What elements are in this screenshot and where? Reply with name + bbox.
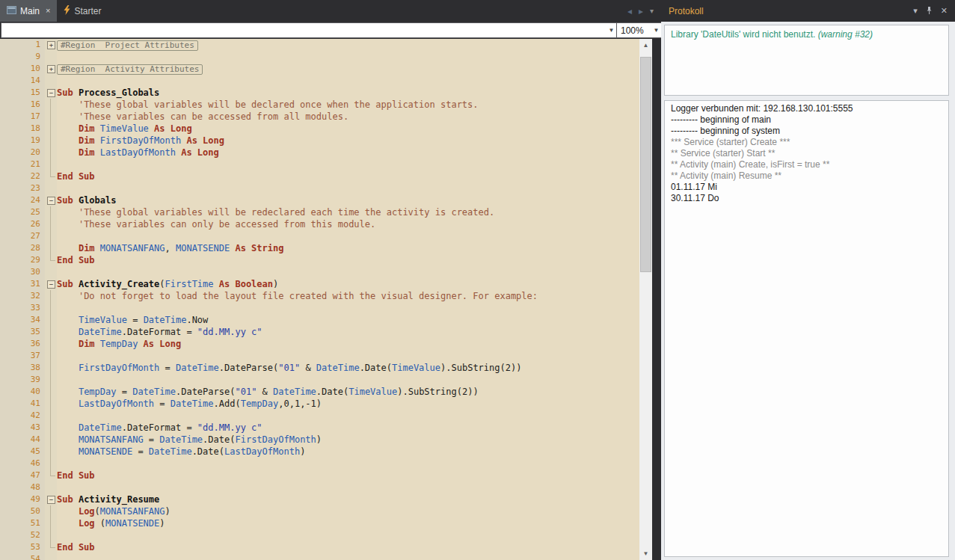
code-line[interactable]: 39 [0,374,639,386]
code-line[interactable]: 18 Dim TimeValue As Long [0,123,639,135]
code-line[interactable]: 30 [0,266,639,278]
code-text: Sub Activity_Create(FirstTime As Boolean… [57,278,639,290]
module-icon [7,6,16,16]
code-line[interactable]: 53End Sub [0,541,639,553]
line-number: 18 [0,123,45,135]
code-line[interactable]: 44 MONATSANFANG = DateTime.Date(FirstDay… [0,434,639,446]
code-line[interactable]: 17 'These variables can be accessed from… [0,111,639,123]
line-number: 21 [0,159,45,170]
tab-main-label: Main [20,6,40,16]
code-line[interactable]: 50 Log(MONATSANFANG) [0,505,639,517]
line-number: 17 [0,111,45,123]
code-line[interactable]: 31−Sub Activity_Create(FirstTime As Bool… [0,278,639,290]
code-line[interactable]: 21 [0,159,639,170]
code-line[interactable]: 41 LastDayOfMonth = DateTime.Add(TempDay… [0,398,639,410]
code-text: Dim TimeValue As Long [57,123,639,135]
code-line[interactable]: 46 [0,458,639,470]
line-number: 53 [0,541,45,553]
code-line[interactable]: 9 [0,51,639,63]
code-line[interactable]: 43 DateTime.DateFormat = "dd.MM.yy c" [0,422,639,434]
log-output[interactable]: Logger verbunden mit: 192.168.130.101:55… [664,100,949,557]
code-line[interactable]: 35 DateTime.DateFormat = "dd.MM.yy c" [0,326,639,338]
tab-main[interactable]: Main × [0,0,57,22]
pin-icon[interactable] [925,6,933,16]
code-line[interactable]: 14 [0,75,639,87]
code-line[interactable]: 45 MONATSENDE = DateTime.Date(LastDayOfM… [0,446,639,458]
code-line[interactable]: 28 Dim MONATSANFANG, MONATSENDE As Strin… [0,242,639,254]
code-text: Dim MONATSANFANG, MONATSENDE As String [57,242,639,254]
fold-margin[interactable]: − [45,493,57,505]
code-line[interactable]: 20 Dim LastDayOfMonth As Long [0,147,639,159]
chevron-down-icon[interactable]: ▾ [913,6,918,16]
code-line[interactable]: 49−Sub Activity_Resume [0,493,639,505]
tab-starter[interactable]: Starter [57,0,108,22]
line-number: 27 [0,230,45,242]
code-line[interactable]: 42 [0,410,639,422]
fold-margin [45,159,57,170]
code-editor[interactable]: 1+#Region Project Attributes910+#Region … [0,39,652,560]
fold-margin[interactable]: + [45,39,57,51]
code-line[interactable]: 19 Dim FirstDayOfMonth As Long [0,135,639,147]
code-line[interactable]: 1+#Region Project Attributes [0,39,639,51]
fold-margin [45,266,57,278]
line-number: 15 [0,87,45,99]
code-line[interactable]: 10+#Region Activity Attributes [0,63,639,75]
zoom-dropdown-arrow-icon[interactable]: ▼ [651,27,662,34]
code-line[interactable]: 38 FirstDayOfMonth = DateTime.DateParse(… [0,362,639,374]
log-line: ** Service (starter) Start ** [671,148,942,159]
code-line[interactable]: 34 TimeValue = DateTime.Now [0,314,639,326]
code-text: Dim FirstDayOfMonth As Long [57,135,639,147]
code-line[interactable]: 52 [0,529,639,541]
code-line[interactable]: 15−Sub Process_Globals [0,87,639,99]
code-line[interactable]: 47End Sub [0,470,639,481]
fold-margin [45,290,57,302]
code-line[interactable]: 36 Dim TempDay As Long [0,338,639,350]
scrollbar-thumb[interactable] [640,57,651,272]
log-line: --------- beginning of main [671,114,942,126]
fold-margin[interactable]: − [45,194,57,206]
code-line[interactable]: 37 [0,350,639,362]
fold-margin[interactable]: + [45,63,57,75]
code-text: End Sub [57,254,639,266]
code-text [57,159,639,170]
code-line[interactable]: 27 [0,230,639,242]
nav-forward-icon[interactable]: ▸ [639,6,643,16]
tab-list-dropdown-icon[interactable]: ▾ [650,7,654,15]
line-number: 22 [0,170,45,182]
close-icon[interactable]: ✕ [941,6,948,16]
code-line[interactable]: 54 [0,553,639,560]
fold-margin [45,135,57,147]
scroll-up-arrow-icon[interactable]: ▲ [639,39,652,52]
code-text: Dim TempDay As Long [57,338,639,350]
code-line[interactable]: 40 TempDay = DateTime.DateParse("01" & D… [0,386,639,398]
fold-margin[interactable]: − [45,87,57,99]
module-selector[interactable]: ▼ [1,22,618,38]
line-number: 50 [0,505,45,517]
warnings-box[interactable]: Library 'DateUtils' wird nicht benutzt. … [664,25,949,96]
code-line[interactable]: 23 [0,182,639,194]
code-line[interactable]: 51 Log (MONATSENDE) [0,517,639,529]
code-line[interactable]: 25 'These global variables will be redec… [0,206,639,218]
scroll-down-arrow-icon[interactable]: ▼ [639,547,652,560]
fold-margin [45,242,57,254]
code-line[interactable]: 22End Sub [0,170,639,182]
dropdown-arrow-icon[interactable]: ▼ [606,27,617,34]
code-line[interactable]: 24−Sub Globals [0,194,639,206]
code-line[interactable]: 29End Sub [0,254,639,266]
editor-vertical-scrollbar[interactable]: ▲ ▼ [639,39,652,560]
code-line[interactable]: 26 'These variables can only be accessed… [0,218,639,230]
code-line[interactable]: 32 'Do not forget to load the layout fil… [0,290,639,302]
code-line[interactable]: 16 'These global variables will be decla… [0,99,639,111]
close-tab-icon[interactable]: × [46,7,50,15]
code-text: Log(MONATSANFANG) [57,505,639,517]
code-line[interactable]: 33 [0,302,639,314]
code-line[interactable]: 48 [0,481,639,493]
line-number: 31 [0,278,45,290]
nav-back-icon[interactable]: ◂ [627,6,632,16]
fold-margin [45,505,57,517]
zoom-selector[interactable]: 100% ▼ [616,22,663,38]
fold-margin [45,218,57,230]
fold-margin[interactable]: − [45,278,57,290]
code-text [57,458,639,470]
code-text: MONATSENDE = DateTime.Date(LastDayOfMont… [57,446,639,458]
